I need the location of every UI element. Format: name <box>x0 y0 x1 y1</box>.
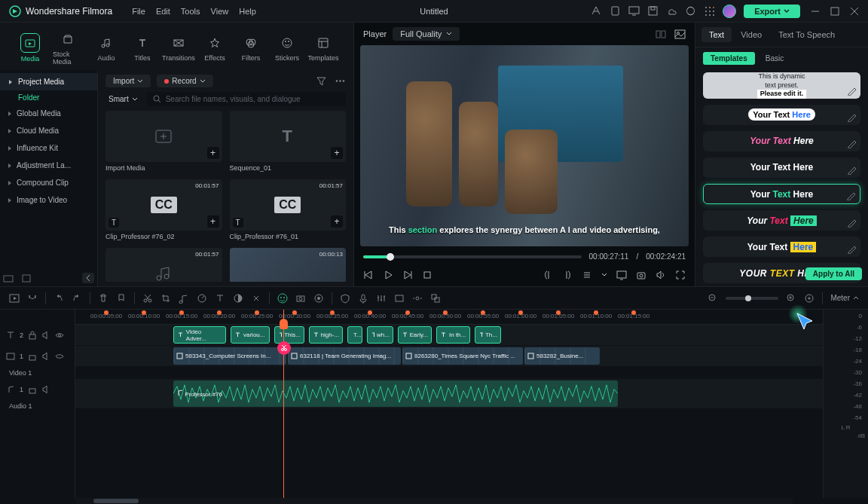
rtab-tts[interactable]: Text To Speech <box>771 27 842 42</box>
marker-icon[interactable] <box>116 293 127 304</box>
edit-icon[interactable] <box>847 217 857 228</box>
video-clip[interactable]: 8263280_Times Square Nyc Traffic ... <box>402 347 523 365</box>
menu-edit[interactable]: Edit <box>156 7 170 16</box>
close-button[interactable] <box>850 7 859 16</box>
media-item-import[interactable]: + Import Media <box>105 111 222 172</box>
preview-viewer[interactable]: This section explores the synergy betwee… <box>360 45 689 246</box>
edit-icon[interactable] <box>847 243 857 254</box>
text-clip[interactable]: Th... <box>475 326 501 344</box>
preset-dynamic[interactable]: This is dynamictext preset.Please edit i… <box>703 72 860 99</box>
add-icon[interactable]: + <box>331 215 343 228</box>
filter-icon[interactable] <box>316 75 327 87</box>
layout-icon[interactable] <box>656 29 667 40</box>
video-clip[interactable]: 632118 | Team Generating Imag... <box>288 347 401 365</box>
text-tool-icon[interactable] <box>215 293 225 304</box>
ai-icon[interactable] <box>277 293 288 304</box>
next-icon[interactable] <box>402 270 413 280</box>
timeline-ruler[interactable]: 00:00:05:0000:00:10:0000:00:15:0000:00:2… <box>75 310 823 325</box>
device-icon[interactable] <box>610 5 621 17</box>
maximize-button[interactable] <box>830 7 839 16</box>
stop-icon[interactable] <box>422 270 432 280</box>
save-icon[interactable] <box>647 5 659 17</box>
snapshot-icon[interactable] <box>636 270 646 280</box>
snap-icon[interactable] <box>27 293 38 304</box>
zoom-in-icon[interactable] <box>786 293 796 304</box>
preview-toggle-icon[interactable] <box>9 293 20 304</box>
track-audio[interactable]: Professor #76 <box>75 379 823 409</box>
preset-3[interactable]: Your Text Here <box>703 157 860 178</box>
tab-filters[interactable]: Filters <box>234 32 267 63</box>
media-item-video[interactable]: 00:00:13▣ 583343_Computer Screens I... <box>230 248 347 282</box>
menu-help[interactable]: Help <box>239 7 256 16</box>
export-button[interactable]: Export <box>744 5 800 18</box>
rtab-video[interactable]: Video <box>733 27 769 42</box>
zoom-out-icon[interactable] <box>708 293 718 304</box>
mixer-icon[interactable] <box>376 293 387 304</box>
tab-templates[interactable]: Templates <box>307 32 340 63</box>
zoom-slider[interactable] <box>726 297 778 300</box>
fullscreen-icon[interactable] <box>675 270 686 280</box>
support-icon[interactable] <box>685 5 696 17</box>
more-tools-icon[interactable] <box>251 293 261 304</box>
add-icon[interactable]: + <box>331 147 343 159</box>
rec-tool-icon[interactable] <box>313 293 324 304</box>
timeline-scrollbar[interactable] <box>75 498 793 504</box>
menu-tools[interactable]: Tools <box>181 7 200 16</box>
sidebar-project-media[interactable]: Project Media <box>0 73 97 90</box>
audio-tool-icon[interactable] <box>179 293 189 304</box>
sidebar-compound-clip[interactable]: Compound Clip <box>0 174 97 191</box>
redo-icon[interactable] <box>72 293 82 304</box>
edit-icon[interactable] <box>847 111 857 122</box>
search-input[interactable]: Search file names, visuals, and dialogue <box>147 92 346 106</box>
eye-icon[interactable] <box>55 352 64 361</box>
tab-titles[interactable]: Titles <box>126 32 159 63</box>
desktop-icon[interactable] <box>628 5 640 17</box>
markers-icon[interactable] <box>582 270 592 280</box>
add-icon[interactable]: + <box>207 215 219 228</box>
track-text[interactable]: Video Adver...variou...This...high-...T.… <box>75 325 823 346</box>
mic-icon[interactable] <box>358 293 368 304</box>
more-icon[interactable] <box>335 75 346 87</box>
text-clip[interactable]: wh... <box>367 326 393 344</box>
minimize-button[interactable] <box>811 7 820 16</box>
meter-toggle[interactable]: Meter <box>830 294 859 302</box>
tab-stock-media[interactable]: Stock Media <box>50 29 87 67</box>
cut-icon[interactable] <box>142 293 153 304</box>
sidebar-cloud-media[interactable]: Cloud Media <box>0 122 97 139</box>
cloud-icon[interactable] <box>666 5 677 17</box>
apply-all-button[interactable]: Apply to All <box>805 267 862 280</box>
text-clip[interactable]: Early... <box>398 326 432 344</box>
video-clip[interactable]: 583282_Busine... <box>524 347 600 365</box>
shield-icon[interactable] <box>340 293 350 304</box>
speed-icon[interactable] <box>197 293 207 304</box>
play-icon[interactable] <box>383 270 393 280</box>
link-icon[interactable] <box>412 293 423 304</box>
track-head-text2[interactable]: 2 <box>0 325 75 346</box>
text-clip[interactable]: T... <box>347 326 362 344</box>
rtab-text[interactable]: Text <box>701 27 732 42</box>
color-icon[interactable] <box>233 293 243 304</box>
text-clip[interactable]: This... <box>274 326 304 344</box>
menu-file[interactable]: File <box>132 7 145 16</box>
mark-in-icon[interactable] <box>542 270 553 280</box>
lock-icon[interactable] <box>28 352 37 361</box>
collapse-sidebar-button[interactable] <box>82 273 94 283</box>
smart-dropdown[interactable]: Smart <box>105 93 141 105</box>
volume-icon[interactable] <box>656 270 666 280</box>
sidebar-global-media[interactable]: Global Media <box>0 105 97 122</box>
undo-icon[interactable] <box>53 293 64 304</box>
quality-select[interactable]: Full Quality <box>393 27 460 41</box>
record-button[interactable]: Record <box>157 75 212 87</box>
lock-icon[interactable] <box>28 331 37 340</box>
zoom-fit-icon[interactable] <box>804 293 815 304</box>
rsubtab-basic[interactable]: Basic <box>758 52 791 65</box>
media-item-clip2[interactable]: CC00:01:57T+ Clip_Professor #76_01 <box>230 179 347 240</box>
text-clip[interactable]: In th... <box>436 326 470 344</box>
bin-icon[interactable] <box>21 273 32 283</box>
import-button[interactable]: Import <box>105 75 151 87</box>
frame-icon[interactable] <box>394 293 405 304</box>
media-item-sequence[interactable]: T+ Sequence_01 <box>230 111 347 172</box>
preset-2[interactable]: Your Text Here <box>703 131 860 151</box>
text-clip[interactable]: variou... <box>231 326 270 344</box>
audio-clip[interactable]: Professor #76 <box>173 380 618 407</box>
